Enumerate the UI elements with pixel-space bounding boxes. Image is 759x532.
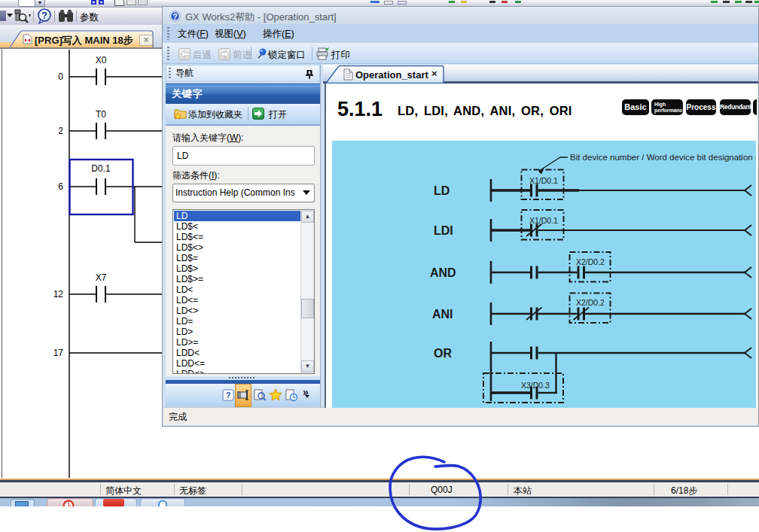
- svg-text:AND: AND: [430, 266, 456, 279]
- svg-text:X1/D0.1: X1/D0.1: [529, 216, 558, 225]
- svg-text:LD: LD: [434, 184, 450, 197]
- svg-text:X2/D0.2: X2/D0.2: [576, 298, 605, 307]
- svg-text:X7: X7: [96, 272, 107, 283]
- svg-text:Bit device number / Word devic: Bit device number / Word device bit desi…: [570, 153, 756, 162]
- svg-text:X3/D0.3: X3/D0.3: [521, 381, 550, 390]
- svg-text:?: ?: [226, 391, 231, 400]
- svg-text:?: ?: [41, 10, 47, 21]
- svg-text:D0.1: D0.1: [91, 163, 111, 174]
- svg-text:T0: T0: [96, 109, 106, 120]
- svg-text:X1/D0.1: X1/D0.1: [529, 176, 558, 185]
- svg-text:0: 0: [58, 71, 63, 82]
- svg-text:6: 6: [58, 181, 63, 192]
- svg-text:X2/D0.2: X2/D0.2: [576, 257, 605, 266]
- svg-text:ANI: ANI: [432, 308, 453, 321]
- svg-text:OR: OR: [434, 347, 452, 360]
- svg-text:17: 17: [53, 348, 64, 358]
- svg-text:?: ?: [172, 12, 177, 21]
- svg-text:LDI: LDI: [434, 224, 453, 237]
- svg-text:2: 2: [58, 126, 63, 136]
- svg-text:12: 12: [53, 289, 64, 299]
- svg-text:X0: X0: [96, 55, 107, 65]
